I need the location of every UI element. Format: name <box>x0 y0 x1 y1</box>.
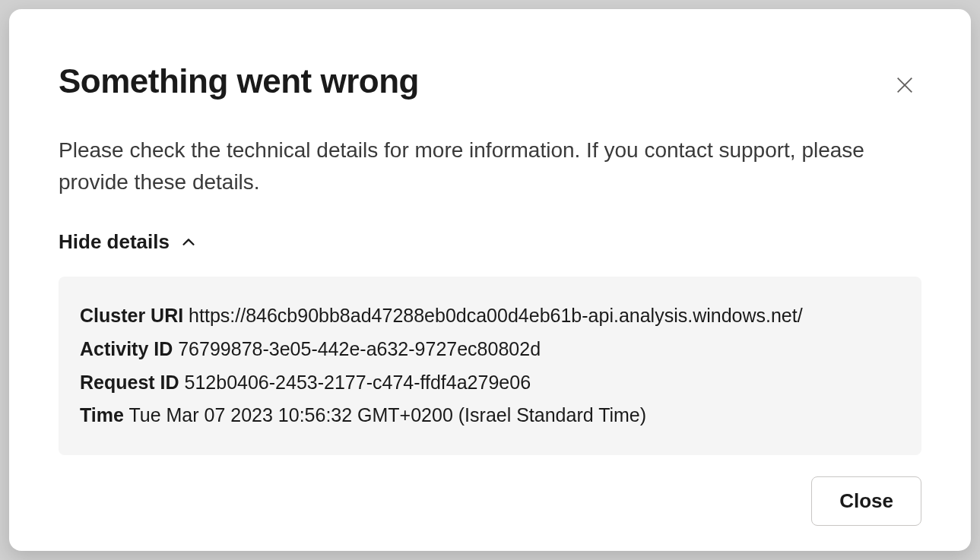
error-dialog: Something went wrong Please check the te… <box>9 9 971 551</box>
detail-value: https://846cb90bb8ad47288eb0dca00d4eb61b… <box>189 305 803 326</box>
details-panel: Cluster URI https://846cb90bb8ad47288eb0… <box>59 277 921 455</box>
detail-row-time: Time Tue Mar 07 2023 10:56:32 GMT+0200 (… <box>80 399 900 432</box>
dialog-description: Please check the technical details for m… <box>59 134 921 198</box>
detail-label: Activity ID <box>80 338 173 359</box>
dialog-header: Something went wrong <box>59 62 921 104</box>
detail-row-request-id: Request ID 512b0406-2453-2177-c474-ffdf4… <box>80 366 900 400</box>
detail-row-cluster-uri: Cluster URI https://846cb90bb8ad47288eb0… <box>80 299 900 333</box>
details-toggle-label: Hide details <box>59 230 170 254</box>
detail-label: Cluster URI <box>80 305 183 326</box>
details-toggle-button[interactable]: Hide details <box>59 230 197 254</box>
close-icon-button[interactable] <box>888 68 921 104</box>
detail-value: 76799878-3e05-442e-a632-9727ec80802d <box>178 338 541 359</box>
detail-row-activity-id: Activity ID 76799878-3e05-442e-a632-9727… <box>80 333 900 366</box>
close-button[interactable]: Close <box>811 476 921 526</box>
detail-label: Request ID <box>80 372 179 393</box>
dialog-footer: Close <box>59 476 921 526</box>
close-icon <box>894 74 915 98</box>
dialog-title: Something went wrong <box>59 62 419 100</box>
detail-label: Time <box>80 404 124 426</box>
chevron-up-icon <box>180 234 197 251</box>
detail-value: 512b0406-2453-2177-c474-ffdf4a279e06 <box>185 372 531 393</box>
detail-value: Tue Mar 07 2023 10:56:32 GMT+0200 (Israe… <box>128 404 646 426</box>
